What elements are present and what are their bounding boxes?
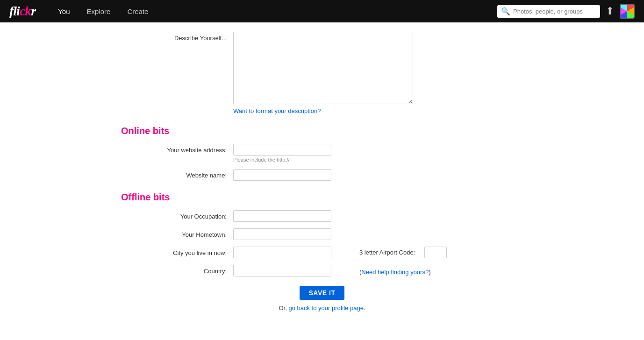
- save-row: SAVE IT Or, go back to your profile page…: [121, 286, 523, 312]
- country-input[interactable]: [233, 265, 331, 276]
- format-link[interactable]: Want to format your description?: [233, 107, 321, 114]
- website-name-input[interactable]: [233, 169, 331, 181]
- online-heading: Online bits: [121, 126, 523, 136]
- back-text: Or, go back to your profile page.: [279, 305, 365, 312]
- occupation-input[interactable]: [233, 210, 331, 222]
- describe-textarea[interactable]: [233, 32, 413, 104]
- website-hint: Please include the http://: [233, 157, 523, 163]
- occupation-row: Your Occupation:: [121, 210, 523, 222]
- main-content: Describe Yourself... Want to format your…: [112, 22, 532, 330]
- airport-row: 3 letter Airport Code:: [359, 247, 447, 258]
- website-address-row: Your website address: Please include the…: [121, 144, 523, 163]
- hometown-field: [233, 228, 523, 240]
- hometown-row: Your Hometown:: [121, 228, 523, 240]
- site-logo[interactable]: flickr: [9, 4, 36, 19]
- save-button[interactable]: SAVE IT: [300, 286, 345, 300]
- city-input[interactable]: [233, 247, 331, 258]
- country-row: Country: (Need help finding yours?): [121, 265, 523, 276]
- search-icon: 🔍: [501, 7, 510, 16]
- city-field: 3 letter Airport Code:: [233, 247, 523, 258]
- website-address-field: Please include the http://: [233, 144, 523, 163]
- avatar[interactable]: [620, 4, 635, 19]
- describe-label: Describe Yourself...: [121, 32, 233, 42]
- airport-help-suffix: ): [429, 269, 430, 276]
- back-link[interactable]: go back to your profile page: [288, 305, 363, 312]
- website-address-label: Your website address:: [121, 144, 233, 154]
- airport-input[interactable]: [424, 247, 447, 258]
- airport-help-link[interactable]: Need help finding yours?: [361, 269, 429, 276]
- search-input[interactable]: [513, 8, 596, 15]
- occupation-field: [233, 210, 523, 222]
- website-name-label: Website name:: [121, 169, 233, 179]
- city-label: City you live in now:: [121, 247, 233, 256]
- describe-field: Want to format your description?: [233, 32, 523, 114]
- back-suffix: .: [364, 305, 365, 312]
- country-label: Country:: [121, 265, 233, 275]
- airport-label: 3 letter Airport Code:: [359, 249, 415, 256]
- country-field: (Need help finding yours?): [233, 265, 523, 276]
- nav-links: You Explore Create: [50, 0, 157, 22]
- back-prefix: Or,: [279, 305, 288, 312]
- city-airport-wrapper: 3 letter Airport Code:: [233, 247, 523, 258]
- nav-create[interactable]: Create: [119, 0, 157, 22]
- occupation-label: Your Occupation:: [121, 210, 233, 220]
- hometown-label: Your Hometown:: [121, 228, 233, 238]
- city-row: City you live in now: 3 letter Airport C…: [121, 247, 523, 258]
- navbar-right: 🔍 ⬆: [497, 4, 635, 19]
- search-box[interactable]: 🔍: [497, 5, 600, 18]
- hometown-input[interactable]: [233, 228, 331, 240]
- country-airport-wrapper: (Need help finding yours?): [233, 265, 523, 276]
- upload-icon[interactable]: ⬆: [606, 5, 614, 17]
- airport-help: (Need help finding yours?): [359, 269, 431, 276]
- navbar: flickr You Explore Create 🔍 ⬆: [0, 0, 644, 22]
- nav-you[interactable]: You: [50, 0, 78, 22]
- offline-heading: Offline bits: [121, 192, 523, 203]
- nav-explore[interactable]: Explore: [79, 0, 119, 22]
- avatar-image: [621, 5, 634, 18]
- website-address-input[interactable]: [233, 144, 331, 156]
- website-name-row: Website name:: [121, 169, 523, 181]
- website-name-field: [233, 169, 523, 181]
- describe-row: Describe Yourself... Want to format your…: [121, 32, 523, 114]
